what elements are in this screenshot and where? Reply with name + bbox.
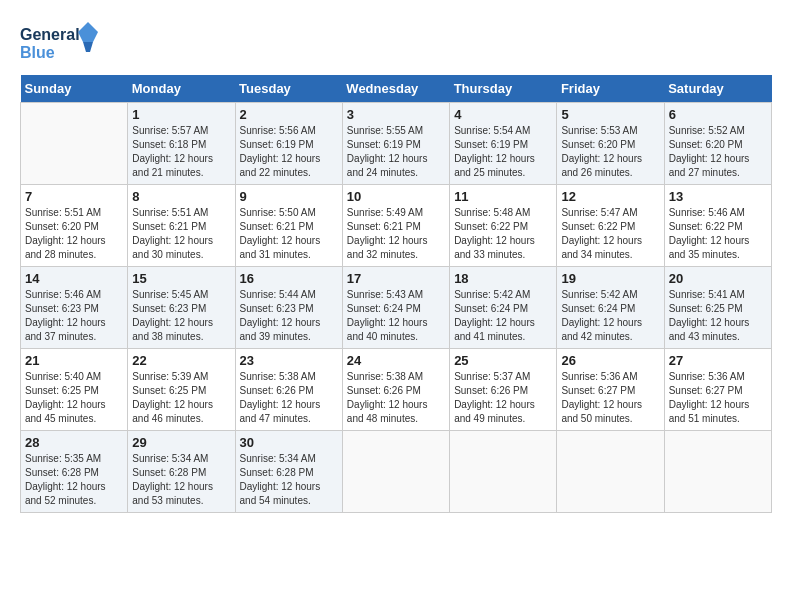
day-cell: 16Sunrise: 5:44 AM Sunset: 6:23 PM Dayli… [235,267,342,349]
day-cell: 29Sunrise: 5:34 AM Sunset: 6:28 PM Dayli… [128,431,235,513]
svg-marker-3 [83,42,93,52]
day-info: Sunrise: 5:52 AM Sunset: 6:20 PM Dayligh… [669,124,767,180]
day-number: 19 [561,271,659,286]
day-info: Sunrise: 5:50 AM Sunset: 6:21 PM Dayligh… [240,206,338,262]
svg-text:Blue: Blue [20,44,55,61]
day-number: 23 [240,353,338,368]
day-info: Sunrise: 5:56 AM Sunset: 6:19 PM Dayligh… [240,124,338,180]
day-cell: 8Sunrise: 5:51 AM Sunset: 6:21 PM Daylig… [128,185,235,267]
day-cell: 15Sunrise: 5:45 AM Sunset: 6:23 PM Dayli… [128,267,235,349]
day-cell: 27Sunrise: 5:36 AM Sunset: 6:27 PM Dayli… [664,349,771,431]
day-cell: 25Sunrise: 5:37 AM Sunset: 6:26 PM Dayli… [450,349,557,431]
day-info: Sunrise: 5:37 AM Sunset: 6:26 PM Dayligh… [454,370,552,426]
day-cell: 2Sunrise: 5:56 AM Sunset: 6:19 PM Daylig… [235,103,342,185]
day-number: 16 [240,271,338,286]
day-number: 18 [454,271,552,286]
header-cell-sunday: Sunday [21,75,128,103]
day-cell: 19Sunrise: 5:42 AM Sunset: 6:24 PM Dayli… [557,267,664,349]
day-cell: 5Sunrise: 5:53 AM Sunset: 6:20 PM Daylig… [557,103,664,185]
day-number: 20 [669,271,767,286]
day-cell [21,103,128,185]
day-cell: 18Sunrise: 5:42 AM Sunset: 6:24 PM Dayli… [450,267,557,349]
day-info: Sunrise: 5:42 AM Sunset: 6:24 PM Dayligh… [454,288,552,344]
day-info: Sunrise: 5:46 AM Sunset: 6:23 PM Dayligh… [25,288,123,344]
week-row-5: 28Sunrise: 5:35 AM Sunset: 6:28 PM Dayli… [21,431,772,513]
day-info: Sunrise: 5:38 AM Sunset: 6:26 PM Dayligh… [240,370,338,426]
day-number: 21 [25,353,123,368]
day-cell: 3Sunrise: 5:55 AM Sunset: 6:19 PM Daylig… [342,103,449,185]
day-cell: 12Sunrise: 5:47 AM Sunset: 6:22 PM Dayli… [557,185,664,267]
day-info: Sunrise: 5:35 AM Sunset: 6:28 PM Dayligh… [25,452,123,508]
day-info: Sunrise: 5:34 AM Sunset: 6:28 PM Dayligh… [132,452,230,508]
day-info: Sunrise: 5:49 AM Sunset: 6:21 PM Dayligh… [347,206,445,262]
day-number: 7 [25,189,123,204]
day-number: 22 [132,353,230,368]
day-number: 24 [347,353,445,368]
day-cell: 22Sunrise: 5:39 AM Sunset: 6:25 PM Dayli… [128,349,235,431]
day-info: Sunrise: 5:53 AM Sunset: 6:20 PM Dayligh… [561,124,659,180]
day-number: 1 [132,107,230,122]
day-cell: 20Sunrise: 5:41 AM Sunset: 6:25 PM Dayli… [664,267,771,349]
day-number: 26 [561,353,659,368]
day-number: 5 [561,107,659,122]
day-number: 12 [561,189,659,204]
day-info: Sunrise: 5:38 AM Sunset: 6:26 PM Dayligh… [347,370,445,426]
day-cell [664,431,771,513]
day-cell: 23Sunrise: 5:38 AM Sunset: 6:26 PM Dayli… [235,349,342,431]
header-row: SundayMondayTuesdayWednesdayThursdayFrid… [21,75,772,103]
day-cell: 11Sunrise: 5:48 AM Sunset: 6:22 PM Dayli… [450,185,557,267]
header-cell-tuesday: Tuesday [235,75,342,103]
day-info: Sunrise: 5:41 AM Sunset: 6:25 PM Dayligh… [669,288,767,344]
day-cell: 9Sunrise: 5:50 AM Sunset: 6:21 PM Daylig… [235,185,342,267]
day-cell: 30Sunrise: 5:34 AM Sunset: 6:28 PM Dayli… [235,431,342,513]
day-info: Sunrise: 5:51 AM Sunset: 6:21 PM Dayligh… [132,206,230,262]
header-cell-thursday: Thursday [450,75,557,103]
day-info: Sunrise: 5:36 AM Sunset: 6:27 PM Dayligh… [561,370,659,426]
week-row-3: 14Sunrise: 5:46 AM Sunset: 6:23 PM Dayli… [21,267,772,349]
day-cell [342,431,449,513]
day-info: Sunrise: 5:34 AM Sunset: 6:28 PM Dayligh… [240,452,338,508]
day-number: 8 [132,189,230,204]
week-row-1: 1Sunrise: 5:57 AM Sunset: 6:18 PM Daylig… [21,103,772,185]
day-number: 15 [132,271,230,286]
day-number: 27 [669,353,767,368]
day-cell: 21Sunrise: 5:40 AM Sunset: 6:25 PM Dayli… [21,349,128,431]
day-info: Sunrise: 5:57 AM Sunset: 6:18 PM Dayligh… [132,124,230,180]
day-cell: 7Sunrise: 5:51 AM Sunset: 6:20 PM Daylig… [21,185,128,267]
day-number: 14 [25,271,123,286]
header: General Blue [20,20,772,65]
day-cell: 6Sunrise: 5:52 AM Sunset: 6:20 PM Daylig… [664,103,771,185]
day-info: Sunrise: 5:45 AM Sunset: 6:23 PM Dayligh… [132,288,230,344]
day-number: 17 [347,271,445,286]
calendar-table: SundayMondayTuesdayWednesdayThursdayFrid… [20,75,772,513]
logo: General Blue [20,20,100,65]
header-cell-monday: Monday [128,75,235,103]
day-number: 2 [240,107,338,122]
day-cell: 1Sunrise: 5:57 AM Sunset: 6:18 PM Daylig… [128,103,235,185]
day-cell: 26Sunrise: 5:36 AM Sunset: 6:27 PM Dayli… [557,349,664,431]
svg-text:General: General [20,26,80,43]
day-number: 13 [669,189,767,204]
day-info: Sunrise: 5:51 AM Sunset: 6:20 PM Dayligh… [25,206,123,262]
day-cell: 13Sunrise: 5:46 AM Sunset: 6:22 PM Dayli… [664,185,771,267]
day-info: Sunrise: 5:48 AM Sunset: 6:22 PM Dayligh… [454,206,552,262]
day-info: Sunrise: 5:46 AM Sunset: 6:22 PM Dayligh… [669,206,767,262]
day-info: Sunrise: 5:36 AM Sunset: 6:27 PM Dayligh… [669,370,767,426]
svg-marker-2 [78,22,98,42]
day-cell [450,431,557,513]
header-cell-wednesday: Wednesday [342,75,449,103]
day-cell: 14Sunrise: 5:46 AM Sunset: 6:23 PM Dayli… [21,267,128,349]
day-number: 11 [454,189,552,204]
day-number: 29 [132,435,230,450]
day-info: Sunrise: 5:44 AM Sunset: 6:23 PM Dayligh… [240,288,338,344]
day-number: 4 [454,107,552,122]
day-number: 6 [669,107,767,122]
header-cell-saturday: Saturday [664,75,771,103]
header-cell-friday: Friday [557,75,664,103]
day-info: Sunrise: 5:54 AM Sunset: 6:19 PM Dayligh… [454,124,552,180]
day-cell: 28Sunrise: 5:35 AM Sunset: 6:28 PM Dayli… [21,431,128,513]
day-number: 28 [25,435,123,450]
week-row-2: 7Sunrise: 5:51 AM Sunset: 6:20 PM Daylig… [21,185,772,267]
day-cell: 10Sunrise: 5:49 AM Sunset: 6:21 PM Dayli… [342,185,449,267]
day-number: 25 [454,353,552,368]
